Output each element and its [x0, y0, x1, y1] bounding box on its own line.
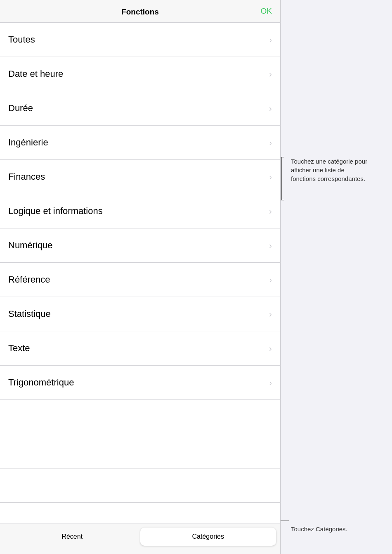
chevron-right-icon: › — [269, 138, 272, 147]
chevron-right-icon: › — [269, 309, 272, 319]
annotation-line-bottom — [281, 521, 289, 521]
chevron-right-icon: › — [269, 69, 272, 79]
list-item-label: Finances — [8, 171, 45, 182]
annotation-text-bottom: Touchez Catégories. — [291, 525, 347, 533]
list-item-label: Toutes — [8, 34, 35, 45]
list-item[interactable]: Numérique› — [0, 228, 280, 263]
chevron-right-icon: › — [269, 207, 272, 216]
empty-row-2 — [0, 434, 280, 468]
annotation-tick-end — [281, 200, 284, 200]
list-item[interactable]: Trigonométrique› — [0, 366, 280, 400]
list-item[interactable]: Référence› — [0, 263, 280, 297]
list-item[interactable]: Logique et informations› — [0, 194, 280, 228]
header: Fonctions OK — [0, 0, 280, 23]
list-item-label: Statistique — [8, 309, 51, 319]
chevron-right-icon: › — [269, 275, 272, 285]
annotation-tick-start — [281, 157, 284, 157]
bottom-tabs: Récent Catégories — [0, 523, 280, 554]
list-item-label: Numérique — [8, 240, 53, 251]
panel-title: Fonctions — [121, 7, 159, 17]
tab-recent[interactable]: Récent — [4, 528, 140, 546]
ok-button[interactable]: OK — [261, 7, 272, 16]
list-item[interactable]: Toutes› — [0, 23, 280, 57]
list-item-label: Ingénierie — [8, 137, 48, 148]
list-item[interactable]: Date et heure› — [0, 57, 280, 91]
list-item[interactable]: Finances› — [0, 160, 280, 194]
list-item[interactable]: Ingénierie› — [0, 126, 280, 160]
list-item-label: Texte — [8, 343, 30, 354]
list-item[interactable]: Texte› — [0, 331, 280, 366]
empty-rows — [0, 400, 280, 503]
chevron-right-icon: › — [269, 241, 272, 250]
annotation-bracket-top — [281, 157, 282, 200]
annotation-text-top: Touchez une catégorie pour afficher une … — [291, 157, 369, 183]
categories-list: Toutes›Date et heure›Durée›Ingénierie›Fi… — [0, 23, 280, 523]
chevron-right-icon: › — [269, 35, 272, 45]
list-item-label: Trigonométrique — [8, 377, 74, 388]
list-item-label: Logique et informations — [8, 206, 103, 216]
list-item-label: Date et heure — [8, 69, 63, 79]
list-item[interactable]: Statistique› — [0, 297, 280, 331]
list-item[interactable]: Durée› — [0, 91, 280, 126]
list-item-label: Référence — [8, 274, 50, 285]
empty-row-1 — [0, 400, 280, 434]
empty-row-3 — [0, 468, 280, 503]
chevron-right-icon: › — [269, 172, 272, 182]
panel: Fonctions OK Toutes›Date et heure›Durée›… — [0, 0, 281, 554]
chevron-right-icon: › — [269, 104, 272, 113]
tab-categories[interactable]: Catégories — [140, 528, 276, 546]
annotation-area: Touchez une catégorie pour afficher une … — [281, 0, 392, 554]
chevron-right-icon: › — [269, 344, 272, 353]
chevron-right-icon: › — [269, 378, 272, 388]
list-item-label: Durée — [8, 103, 33, 114]
